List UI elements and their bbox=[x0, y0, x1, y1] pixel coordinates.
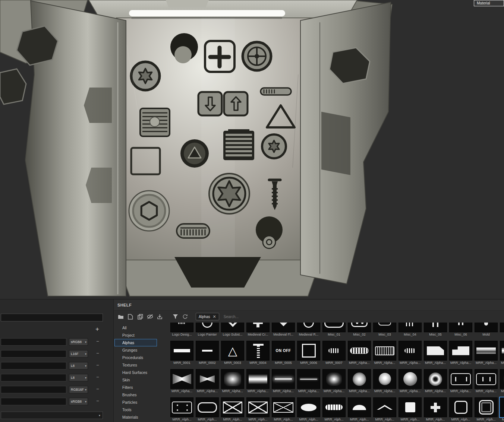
asset-thumbnail[interactable] bbox=[272, 323, 295, 332]
eye-off-icon[interactable] bbox=[145, 312, 155, 321]
sidebar-item-textures[interactable]: Textures bbox=[114, 361, 157, 369]
asset-thumbnail[interactable] bbox=[246, 397, 270, 417]
asset-thumbnail[interactable] bbox=[272, 369, 295, 389]
asset-thumbnail[interactable] bbox=[449, 341, 472, 361]
asset-thumbnail[interactable] bbox=[373, 397, 396, 417]
shelf-asset[interactable]: Mold bbox=[475, 323, 498, 337]
shelf-asset[interactable]: MRR_Alph... bbox=[373, 397, 396, 422]
asset-thumbnail[interactable] bbox=[221, 369, 244, 389]
shelf-asset[interactable]: MRR_Alph... bbox=[475, 397, 498, 422]
asset-thumbnail[interactable] bbox=[424, 369, 447, 389]
shelf-asset[interactable]: MRR_Alpha... bbox=[500, 341, 504, 365]
channel-format-dropdown[interactable]: sRGB8▾ bbox=[69, 338, 88, 346]
asset-thumbnail[interactable] bbox=[170, 341, 193, 361]
shelf-asset[interactable]: MRR_Alpha... bbox=[424, 341, 447, 365]
shelf-asset[interactable]: MRR_Alpha... bbox=[221, 369, 244, 393]
shelf-asset[interactable]: MRR_Alph... bbox=[500, 397, 504, 422]
asset-thumbnail[interactable] bbox=[399, 369, 422, 389]
viewport-3d[interactable]: Material bbox=[0, 0, 504, 299]
shelf-asset[interactable]: MRR_Alpha... bbox=[449, 369, 472, 393]
sidebar-item-particles[interactable]: Particles bbox=[114, 399, 157, 406]
channel-format-dropdown[interactable]: L16F▾ bbox=[69, 350, 88, 358]
shelf-asset[interactable]: MRR_Alpha... bbox=[500, 369, 504, 393]
asset-thumbnail[interactable] bbox=[196, 397, 219, 417]
shelf-asset[interactable]: MRR_Alpha... bbox=[196, 369, 219, 393]
channel-format-dropdown[interactable]: sRGB8▾ bbox=[69, 398, 88, 405]
add-channel-button[interactable]: + bbox=[94, 326, 101, 333]
asset-thumbnail[interactable] bbox=[196, 341, 219, 361]
asset-thumbnail[interactable] bbox=[475, 323, 498, 332]
sidebar-item-grunges[interactable]: Grunges bbox=[114, 346, 157, 354]
shelf-asset[interactable]: MRR_Alpha... bbox=[272, 369, 295, 393]
asset-thumbnail[interactable] bbox=[399, 397, 422, 417]
shelf-asset[interactable]: MRR_0002 bbox=[196, 341, 219, 365]
asset-thumbnail[interactable] bbox=[196, 323, 219, 332]
sidebar-item-skin[interactable]: Skin bbox=[114, 376, 157, 384]
asset-thumbnail[interactable] bbox=[500, 397, 504, 417]
import-icon[interactable] bbox=[155, 312, 164, 321]
channel-value-field[interactable] bbox=[1, 386, 66, 393]
asset-thumbnail[interactable] bbox=[500, 341, 504, 361]
asset-thumbnail[interactable] bbox=[170, 397, 193, 417]
asset-thumbnail[interactable] bbox=[475, 397, 498, 417]
shelf-asset[interactable]: MRR_Alph... bbox=[170, 397, 193, 422]
asset-thumbnail[interactable] bbox=[221, 323, 244, 332]
filter-icon[interactable] bbox=[170, 312, 180, 321]
channel-value-field[interactable] bbox=[1, 350, 66, 358]
sidebar-item-filters[interactable]: Filters bbox=[114, 384, 157, 391]
channel-bottom-dropdown[interactable]: ▾ bbox=[1, 412, 103, 419]
shelf-asset[interactable]: MRR_Alpha... bbox=[449, 341, 472, 365]
asset-thumbnail[interactable] bbox=[424, 397, 447, 417]
shelf-asset[interactable]: MRR_Alpha... bbox=[246, 369, 270, 393]
remove-channel-button[interactable]: − bbox=[94, 350, 101, 358]
remove-channel-button[interactable]: − bbox=[94, 338, 101, 346]
shelf-asset[interactable]: MRR_Alph... bbox=[424, 397, 447, 422]
asset-thumbnail[interactable] bbox=[449, 397, 472, 417]
shelf-asset[interactable]: Misc_04 bbox=[399, 323, 422, 337]
remove-channel-button[interactable]: − bbox=[94, 386, 101, 393]
shelf-asset[interactable]: MRR_Alph... bbox=[399, 397, 422, 422]
shelf-asset[interactable]: MRR_Alpha... bbox=[373, 369, 396, 393]
asset-thumbnail[interactable] bbox=[170, 323, 193, 332]
shelf-asset[interactable]: MRR_Alph... bbox=[322, 397, 346, 422]
asset-thumbnail[interactable]: ON OFF bbox=[272, 341, 295, 361]
shelf-asset[interactable]: MRR_Alph... bbox=[221, 397, 244, 422]
shelf-asset[interactable]: MRR_Alpha... bbox=[322, 369, 346, 393]
shelf-asset[interactable]: MRR_Alpha... bbox=[475, 369, 498, 393]
asset-thumbnail[interactable] bbox=[297, 369, 320, 389]
refresh-icon[interactable] bbox=[180, 312, 190, 321]
shelf-asset[interactable]: Misc_03 bbox=[373, 323, 396, 337]
asset-thumbnail[interactable] bbox=[449, 323, 472, 332]
channel-value-field[interactable] bbox=[1, 398, 66, 405]
sidebar-item-tools[interactable]: Tools bbox=[114, 406, 157, 413]
asset-thumbnail[interactable] bbox=[399, 323, 422, 332]
channel-value-field[interactable] bbox=[1, 374, 66, 381]
asset-thumbnail[interactable] bbox=[449, 369, 472, 389]
asset-thumbnail[interactable] bbox=[272, 397, 295, 417]
channel-format-dropdown[interactable]: L8▾ bbox=[69, 362, 88, 369]
shelf-asset[interactable]: MRR_Alph... bbox=[272, 397, 295, 422]
asset-thumbnail[interactable] bbox=[322, 397, 346, 417]
asset-thumbnail[interactable] bbox=[424, 341, 447, 361]
sidebar-item-hard-surfaces[interactable]: Hard Surfaces bbox=[114, 369, 157, 376]
shelf-asset[interactable]: Logo Subst... bbox=[221, 323, 244, 337]
asset-thumbnail[interactable] bbox=[322, 369, 346, 389]
asset-thumbnail[interactable] bbox=[196, 369, 219, 389]
shelf-asset[interactable]: MRR_Alph... bbox=[297, 397, 320, 422]
shelf-asset[interactable]: MRR_Alph... bbox=[348, 397, 371, 422]
asset-thumbnail[interactable] bbox=[246, 323, 270, 332]
shelf-asset[interactable]: MRR_0007 bbox=[322, 341, 346, 365]
asset-thumbnail[interactable] bbox=[246, 341, 270, 361]
folder-icon[interactable] bbox=[116, 312, 126, 321]
asset-thumbnail[interactable] bbox=[170, 369, 193, 389]
asset-thumbnail[interactable] bbox=[500, 369, 504, 389]
asset-thumbnail[interactable] bbox=[221, 341, 244, 361]
shelf-asset[interactable]: Medieval Fl... bbox=[272, 323, 295, 337]
shelf-asset[interactable]: MRR_Alpha... bbox=[348, 341, 371, 365]
shelf-asset[interactable]: MRR_Alpha... bbox=[170, 369, 193, 393]
asset-thumbnail[interactable] bbox=[348, 397, 371, 417]
shelf-asset[interactable]: MRR_0006 bbox=[297, 341, 320, 365]
asset-thumbnail[interactable] bbox=[500, 323, 504, 332]
asset-thumbnail[interactable] bbox=[348, 369, 371, 389]
asset-thumbnail[interactable] bbox=[297, 341, 320, 361]
